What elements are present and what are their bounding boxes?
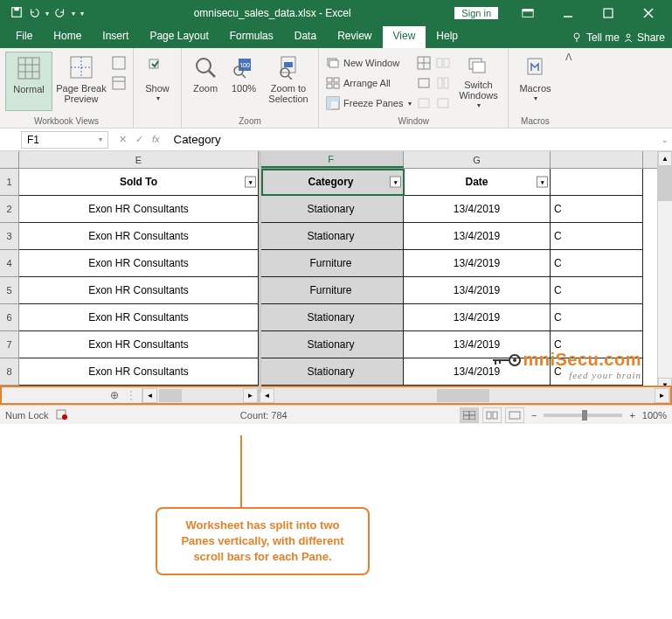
fx-icon[interactable]: fx [152, 134, 160, 145]
ribbon-options-icon[interactable] [508, 7, 548, 19]
horizontal-scrollbar-left-pane[interactable]: ◄ ► [142, 388, 259, 403]
cell[interactable]: Stationary [259, 358, 404, 386]
add-sheet-icon[interactable]: ⊕ [110, 389, 119, 401]
tab-page-layout[interactable]: Page Layout [139, 26, 218, 48]
minimize-button[interactable] [548, 0, 588, 26]
row-header[interactable]: 2 [0, 196, 19, 223]
filter-icon[interactable]: ▾ [245, 177, 256, 188]
scroll-thumb[interactable] [437, 389, 489, 402]
cell[interactable]: Stationary [259, 331, 404, 358]
cell[interactable]: 13/4/2019 [404, 196, 551, 223]
column-header-g[interactable]: G [404, 151, 551, 168]
normal-view-button[interactable]: Normal [5, 52, 52, 111]
enter-icon[interactable]: ✓ [135, 134, 143, 145]
redo-icon[interactable] [54, 6, 66, 21]
zoom-in-button[interactable]: + [626, 410, 638, 421]
zoom-level[interactable]: 100% [642, 410, 667, 421]
cell[interactable]: C [551, 196, 643, 223]
page-break-preview-button[interactable]: Page Break Preview [54, 52, 108, 111]
tab-file[interactable]: File [5, 26, 43, 48]
cell[interactable]: Exon HR Consultants [19, 304, 259, 331]
show-button[interactable]: Show▾ [139, 52, 176, 111]
cell[interactable]: C [551, 223, 643, 250]
filter-icon[interactable]: ▾ [537, 177, 548, 188]
scroll-right-icon[interactable]: ► [243, 388, 258, 403]
row-header[interactable]: 7 [0, 331, 19, 358]
cell[interactable]: C [551, 250, 643, 277]
view-side-by-side-button[interactable] [434, 53, 452, 73]
new-window-button[interactable]: New Window [324, 53, 413, 73]
cell[interactable]: Exon HR Consultants [19, 250, 259, 277]
cell[interactable]: Stationary [259, 196, 404, 223]
cell[interactable] [551, 169, 643, 196]
horizontal-scrollbar-right-pane[interactable]: ◄ ► [259, 388, 670, 403]
sync-scroll-button[interactable] [434, 73, 452, 93]
unhide-button[interactable] [415, 94, 433, 113]
signin-button[interactable]: Sign in [454, 6, 499, 20]
tab-data[interactable]: Data [284, 26, 327, 48]
cell[interactable]: Stationary [259, 223, 404, 250]
hide-button[interactable] [415, 73, 433, 93]
cell[interactable]: Exon HR Consultants [19, 358, 259, 386]
close-button[interactable] [628, 0, 669, 26]
cell[interactable]: Exon HR Consultants [19, 277, 259, 304]
cell[interactable]: Sold To▾ [19, 169, 259, 196]
split-bar[interactable] [259, 151, 261, 393]
zoom-button[interactable]: Zoom [187, 52, 224, 111]
tell-me[interactable]: Tell me [572, 31, 620, 44]
column-header-e[interactable]: E [19, 151, 259, 168]
tab-home[interactable]: Home [43, 26, 92, 48]
cell[interactable]: Exon HR Consultants [19, 196, 259, 223]
collapse-ribbon-icon[interactable]: ᐱ [561, 48, 576, 128]
scroll-left-icon[interactable]: ◄ [142, 388, 157, 403]
tab-view[interactable]: View [383, 26, 426, 48]
scroll-left-icon[interactable]: ◄ [260, 388, 274, 403]
zoom-out-button[interactable]: − [528, 410, 540, 421]
tab-review[interactable]: Review [327, 26, 382, 48]
scroll-right-icon[interactable]: ► [655, 388, 669, 403]
row-header[interactable]: 5 [0, 277, 19, 304]
normal-view-icon[interactable] [460, 407, 479, 423]
macro-record-icon[interactable] [56, 408, 68, 422]
name-box[interactable]: F1▾ [21, 131, 108, 149]
tab-insert[interactable]: Insert [92, 26, 139, 48]
zoom-slider[interactable] [544, 414, 622, 417]
cell[interactable]: Exon HR Consultants [19, 223, 259, 250]
cell[interactable]: C [551, 304, 643, 331]
share-button[interactable]: Share [623, 31, 665, 44]
custom-views-icon[interactable] [110, 73, 128, 93]
expand-formula-bar-icon[interactable]: ⌄ [657, 136, 672, 144]
zoom-100-button[interactable]: 100 100% [225, 52, 262, 111]
cell[interactable]: Date▾ [404, 169, 551, 196]
cell[interactable]: Stationary [259, 304, 404, 331]
split-button[interactable] [415, 53, 433, 73]
page-layout-view-icon[interactable] [482, 407, 502, 423]
undo-icon[interactable] [28, 6, 40, 21]
tab-help[interactable]: Help [426, 26, 468, 48]
select-all-corner[interactable] [0, 151, 19, 168]
column-header-f[interactable]: F [259, 151, 404, 168]
cell[interactable]: C [551, 277, 643, 304]
freeze-panes-button[interactable]: Freeze Panes▾ [324, 94, 413, 113]
tab-formulas[interactable]: Formulas [219, 26, 284, 48]
cell[interactable]: 13/4/2019 [404, 277, 551, 304]
cell[interactable]: 13/4/2019 [404, 304, 551, 331]
maximize-button[interactable] [588, 0, 628, 26]
vertical-scrollbar[interactable]: ▲ ▼ [657, 151, 672, 393]
macros-button[interactable]: Macros▾ [514, 52, 556, 111]
row-header[interactable]: 4 [0, 250, 19, 277]
column-header-h[interactable] [551, 151, 643, 168]
page-layout-icon[interactable] [110, 53, 128, 73]
arrange-all-button[interactable]: Arrange All [324, 73, 413, 93]
cell[interactable]: Category▾ [259, 169, 404, 196]
scroll-up-icon[interactable]: ▲ [658, 151, 672, 166]
scroll-thumb[interactable] [658, 166, 672, 201]
filter-icon[interactable]: ▾ [390, 177, 401, 188]
cell[interactable]: 13/4/2019 [404, 223, 551, 250]
reset-window-button[interactable] [434, 94, 452, 113]
page-break-view-icon[interactable] [505, 407, 524, 423]
save-icon[interactable] [10, 6, 23, 21]
cancel-icon[interactable]: ✕ [119, 134, 127, 145]
cell[interactable]: Furniture [259, 250, 404, 277]
zoom-to-selection-button[interactable]: Zoom to Selection [264, 52, 313, 111]
